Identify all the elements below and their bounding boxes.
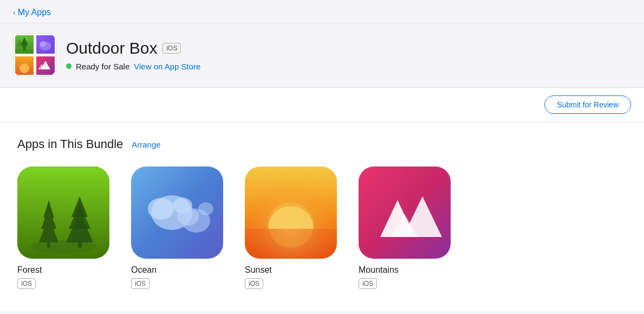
- mountains-app-icon[interactable]: [359, 166, 451, 259]
- bundle-section: Apps in This Bundle Arrange: [0, 122, 644, 311]
- top-nav: ‹ My Apps: [0, 0, 644, 23]
- svg-rect-22: [78, 239, 82, 248]
- forest-platform-badge: iOS: [17, 278, 36, 289]
- mountains-platform-badge: iOS: [359, 278, 377, 289]
- app-card-ocean: Ocean iOS: [131, 166, 223, 289]
- status-text: Ready for Sale: [76, 62, 129, 71]
- app-card-sunset: Sunset iOS: [245, 166, 337, 289]
- app-title-row: Outdoor Box iOS: [66, 39, 200, 57]
- svg-rect-3: [23, 47, 25, 50]
- svg-rect-34: [359, 166, 451, 259]
- sunset-app-icon[interactable]: [245, 166, 337, 259]
- back-chevron-icon: ‹: [13, 8, 16, 17]
- svg-rect-18: [47, 240, 50, 248]
- forest-app-icon[interactable]: [17, 166, 109, 259]
- ocean-app-name: Ocean: [131, 265, 157, 275]
- app-name: Outdoor Box: [66, 39, 157, 57]
- back-label: My Apps: [18, 8, 51, 17]
- svg-point-29: [198, 202, 213, 215]
- app-header: Outdoor Box iOS Ready for Sale View on A…: [0, 23, 644, 88]
- ocean-platform-badge: iOS: [131, 278, 149, 289]
- app-card-mountains: Mountains iOS: [359, 166, 451, 289]
- sunset-platform-badge: iOS: [245, 278, 263, 289]
- platform-badge: iOS: [162, 43, 181, 54]
- submit-for-review-button[interactable]: Submit for Review: [544, 95, 631, 114]
- svg-rect-33: [245, 229, 337, 259]
- bundle-cell-forest: [14, 34, 35, 55]
- svg-point-7: [40, 41, 46, 47]
- apps-grid: Forest iOS: [17, 166, 627, 289]
- mountains-app-name: Mountains: [359, 265, 399, 275]
- status-dot-icon: [66, 63, 71, 69]
- view-store-link[interactable]: View on App Store: [134, 62, 200, 71]
- bundle-header: Apps in This Bundle Arrange: [17, 137, 627, 151]
- bundle-title: Apps in This Bundle: [17, 137, 123, 151]
- bundle-cell-mountains: [35, 55, 56, 76]
- ocean-app-icon[interactable]: [131, 166, 223, 259]
- bundle-cell-sunset: [14, 55, 35, 76]
- forest-app-name: Forest: [17, 265, 42, 275]
- svg-point-28: [177, 207, 199, 226]
- bundle-app-icon: [13, 33, 56, 76]
- bundle-cell-ocean: [35, 34, 56, 55]
- arrange-link[interactable]: Arrange: [132, 140, 160, 149]
- svg-point-9: [19, 63, 29, 73]
- app-info: Outdoor Box iOS Ready for Sale View on A…: [66, 39, 200, 71]
- svg-point-25: [148, 198, 174, 220]
- sunset-app-name: Sunset: [245, 265, 272, 275]
- action-bar: Submit for Review: [0, 88, 644, 122]
- back-link[interactable]: ‹ My Apps: [13, 8, 51, 17]
- app-status-row: Ready for Sale View on App Store: [66, 62, 200, 71]
- app-card-forest: Forest iOS: [17, 166, 109, 289]
